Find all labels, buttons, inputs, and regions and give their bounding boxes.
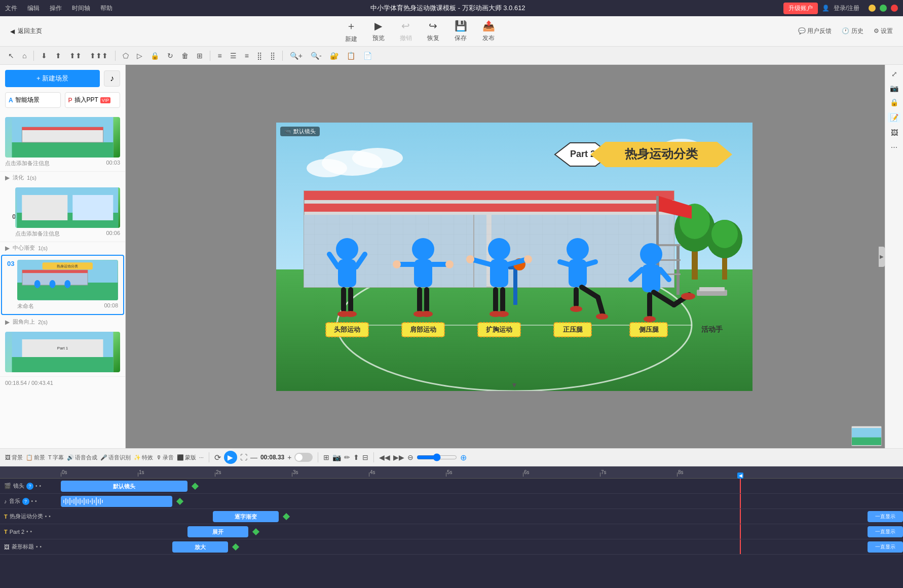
sec-cursor[interactable]: ↖ [5, 50, 17, 62]
cover-button[interactable]: ⬛蒙版 [177, 454, 196, 461]
sec-top[interactable]: ⬆⬆⬆ [87, 50, 111, 62]
music-help-icon[interactable]: ? [22, 498, 29, 505]
sec-download[interactable]: ⬇ [38, 50, 50, 62]
edit-button[interactable]: ✏ [344, 453, 350, 461]
camera-dot2[interactable]: • [40, 483, 42, 489]
playhead-handle[interactable]: ◀ [737, 473, 743, 479]
right-icon-image[interactable]: 🖼 [891, 129, 898, 137]
minimize-button[interactable] [869, 5, 876, 12]
music-dot2[interactable]: • [35, 498, 37, 504]
sec-copy[interactable]: ⊞ [194, 50, 206, 62]
text-title-dot[interactable]: • [45, 514, 47, 519]
scene-item-4[interactable]: Part 1 [0, 328, 125, 377]
add-keyframe[interactable]: ⊕ [460, 453, 467, 462]
feedback-button[interactable]: 💬 用户反馈 [798, 27, 832, 35]
menu-edit[interactable]: 编辑 [27, 4, 40, 13]
track-end-text-title[interactable]: 一直显示 [868, 511, 903, 522]
new-button[interactable]: ＋ 新建 [345, 19, 357, 44]
keyframe-camera[interactable] [192, 482, 199, 489]
transition-3[interactable]: ▶ 圆角向上 2(s) [0, 316, 125, 328]
part2-dot2[interactable]: • [30, 529, 32, 534]
ppt-button[interactable]: P 插入PPT VIP [65, 92, 121, 108]
preview-toggle[interactable] [294, 453, 313, 462]
maximize-button[interactable] [880, 5, 887, 12]
camera-dot[interactable]: • [35, 483, 37, 489]
next-frame[interactable]: ▶▶ [393, 453, 404, 461]
sec-paste[interactable]: 📄 [360, 50, 375, 62]
keyframe-part2[interactable] [252, 528, 259, 535]
track-block-part2[interactable]: 展开 [187, 526, 248, 537]
caption-button[interactable]: T字幕 [48, 454, 64, 461]
menu-timeline[interactable]: 时间轴 [72, 4, 90, 13]
login-label[interactable]: 登录/注册 [834, 4, 859, 13]
preview-button[interactable]: ▶ 预览 [372, 20, 385, 43]
settings-button[interactable]: ⚙ 设置 [874, 27, 893, 35]
right-icon-photo[interactable]: 📷 [890, 84, 898, 92]
new-scene-button[interactable]: + 新建场景 [5, 70, 100, 87]
sec-copy2[interactable]: 📋 [344, 50, 358, 62]
sec-trash[interactable]: 🗑 [178, 50, 192, 62]
right-icon-expand[interactable]: ⤢ [891, 70, 897, 78]
increase-speed[interactable]: + [287, 453, 291, 461]
sec-dist-v[interactable]: ⣿ [267, 50, 278, 62]
publish-button[interactable]: 📤 发布 [482, 20, 495, 43]
fit-button[interactable]: ⊞ [323, 453, 329, 461]
music-dot[interactable]: • [31, 498, 33, 504]
back-home[interactable]: ◀ 返回主页 [10, 27, 42, 35]
restart-button[interactable]: ⟳ [214, 453, 221, 462]
sec-align-center[interactable]: ☰ [227, 50, 240, 62]
save-button[interactable]: 💾 保存 [455, 20, 467, 43]
canvas-expand-arrow[interactable]: ▼ [511, 381, 518, 389]
sec-align-right[interactable]: ≡ [242, 50, 252, 62]
diamond-dot[interactable]: • [36, 544, 38, 550]
more-button[interactable]: ··· [199, 454, 204, 460]
zoom-out-timeline[interactable]: ⊖ [407, 453, 413, 461]
voice-recog-button[interactable]: 🎤语音识别 [100, 454, 131, 461]
redo-button[interactable]: ↪ 恢复 [427, 20, 439, 43]
filter-button[interactable]: ⊟ [362, 453, 368, 461]
fg-button[interactable]: 📋前景 [26, 454, 45, 461]
sec-lock[interactable]: 🔒 [147, 50, 162, 62]
track-block-camera[interactable]: 默认镜头 [61, 481, 187, 492]
sec-zoom-out[interactable]: 🔍- [308, 50, 325, 62]
track-block-music[interactable] [61, 496, 172, 507]
transition-1[interactable]: ▶ 淡化 1(s) [0, 172, 125, 183]
keyframe-music[interactable] [176, 497, 183, 504]
track-block-diamond[interactable]: 放大 [172, 541, 228, 553]
track-end-part2[interactable]: 一直显示 [868, 526, 903, 537]
music-button[interactable]: ♪ [104, 70, 120, 87]
undo-button[interactable]: ↩ 撤销 [400, 20, 412, 43]
sec-pentagon[interactable]: ⬠ [120, 50, 132, 62]
upgrade-button[interactable]: 升级账户 [783, 3, 818, 14]
voice-synth-button[interactable]: 🔊语音合成 [67, 454, 97, 461]
prev-frame[interactable]: ◀◀ [379, 453, 390, 461]
scene-item-1[interactable]: 点击添加备注信息 00:03 [0, 113, 125, 172]
right-icon-note[interactable]: 📝 [888, 112, 900, 123]
right-icon-more[interactable]: ··· [891, 143, 897, 152]
sec-dist-h[interactable]: ⣿ [254, 50, 265, 62]
fullscreen-button[interactable]: ⛶ [240, 453, 247, 461]
menu-operate[interactable]: 操作 [50, 4, 62, 13]
text-title-dot2[interactable]: • [49, 514, 51, 519]
play-button[interactable]: ▶ [224, 451, 237, 464]
history-button[interactable]: 🕐 历史 [842, 27, 863, 35]
keyframe-diamond[interactable] [232, 543, 239, 550]
thumbnail-preview[interactable] [851, 426, 882, 446]
part2-dot[interactable]: • [26, 529, 28, 534]
camera-help-icon[interactable]: ? [26, 483, 33, 490]
sec-up2[interactable]: ⬆⬆ [66, 50, 85, 62]
effects-button[interactable]: ✨特效 [134, 454, 153, 461]
keyframe-text-title[interactable] [283, 513, 290, 520]
scene-canvas[interactable]: Part 2 热身运动分类 [276, 123, 752, 391]
menu-file[interactable]: 文件 [5, 4, 17, 13]
sec-home[interactable]: ⌂ [19, 50, 29, 62]
record-button[interactable]: 🎙录音 [156, 454, 174, 461]
sec-align-left[interactable]: ≡ [214, 50, 224, 62]
ai-scene-button[interactable]: A 智能场景 [5, 92, 61, 108]
menu-help[interactable]: 帮助 [100, 4, 112, 13]
sec-zoom-in[interactable]: 🔍+ [287, 50, 306, 62]
scene-item-3[interactable]: 03 热身运动分类 [1, 255, 124, 315]
transition-2[interactable]: ▶ 中心渐变 1(s) [0, 242, 125, 254]
up-layer[interactable]: ⬆ [353, 453, 359, 461]
sec-up[interactable]: ⬆ [52, 50, 64, 62]
